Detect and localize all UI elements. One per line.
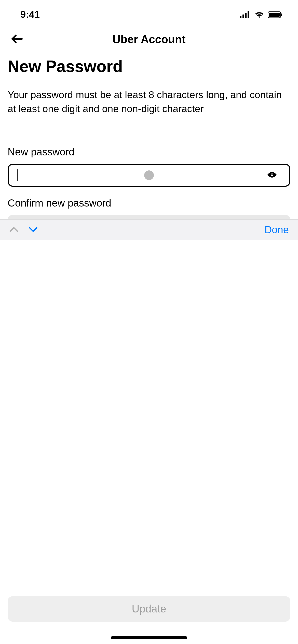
chevron-up-icon	[9, 227, 18, 232]
svg-rect-6	[281, 13, 282, 16]
new-password-label: New password	[8, 146, 290, 158]
svg-rect-1	[242, 14, 244, 18]
text-cursor	[17, 169, 18, 181]
keyboard-toolbar: Done	[0, 219, 298, 240]
status-bar: 9:41	[0, 0, 298, 25]
new-password-wrapper	[8, 164, 290, 187]
update-button-label: Update	[132, 603, 166, 615]
cellular-icon	[240, 11, 251, 18]
keyboard-done-button[interactable]: Done	[264, 224, 289, 236]
dot-indicator	[144, 170, 154, 180]
status-icons	[240, 11, 283, 18]
wifi-icon	[254, 11, 264, 18]
toggle-visibility-new[interactable]	[267, 171, 277, 179]
svg-rect-2	[245, 13, 247, 18]
arrow-left-icon	[10, 32, 24, 46]
keyboard-nav-arrows	[9, 227, 38, 233]
svg-rect-0	[240, 16, 241, 18]
header-title: Uber Account	[10, 33, 288, 46]
svg-point-8	[272, 174, 273, 175]
new-password-input[interactable]	[8, 164, 290, 187]
keyboard-next-button[interactable]	[29, 227, 38, 233]
svg-rect-5	[269, 13, 280, 17]
home-indicator[interactable]	[111, 636, 187, 639]
status-time: 9:41	[20, 9, 40, 20]
battery-icon	[268, 11, 283, 18]
svg-rect-3	[248, 11, 249, 18]
page-title: New Password	[8, 57, 290, 76]
update-button[interactable]: Update	[8, 596, 290, 622]
keyboard-prev-button[interactable]	[9, 227, 18, 233]
eye-icon	[267, 171, 277, 178]
header: Uber Account	[0, 25, 298, 51]
content: New Password Your password must be at le…	[0, 51, 298, 238]
confirm-password-label: Confirm new password	[8, 197, 290, 209]
page-description: Your password must be at least 8 charact…	[8, 88, 290, 116]
back-button[interactable]	[10, 32, 24, 47]
chevron-down-icon	[29, 227, 38, 232]
